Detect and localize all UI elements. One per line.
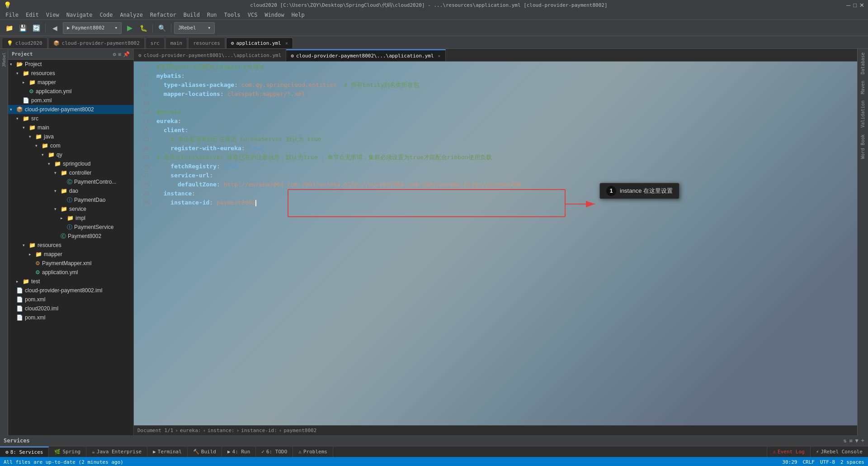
tree-item-paymentservice[interactable]: Ⓘ PaymentService — [8, 223, 133, 232]
debug-button[interactable]: 🐛 — [137, 22, 150, 34]
editor-tab-payment8002[interactable]: ⚙ cloud-provider-payment8002\...\applica… — [286, 49, 445, 61]
tree-item-resources-1[interactable]: ▾ 📁 resources — [8, 69, 133, 78]
tree-item-paymentmapper[interactable]: ⚙ PaymentMapper.xml — [8, 259, 133, 268]
services-filter-icon[interactable]: ▼ — [855, 437, 859, 444]
tab-payment8002[interactable]: 📦 cloud-provider-payment8002 — [48, 38, 145, 48]
bottom-tab-build[interactable]: 🔨 Build — [188, 447, 222, 457]
maximize-button[interactable]: □ — [853, 2, 857, 9]
tree-item-main[interactable]: ▾ 📁 main — [8, 123, 133, 132]
status-position[interactable]: 30:29 — [782, 459, 797, 465]
tree-label-mapper: mapper — [38, 79, 56, 86]
code-editor[interactable]: 15 #使用mybatis记得加上mapper文件地址 16 mybatis: … — [134, 62, 857, 425]
tree-item-impl[interactable]: ▸ 📁 impl — [8, 214, 133, 223]
menu-item-help[interactable]: Help — [288, 11, 308, 19]
search-button[interactable]: 🔍 — [156, 22, 168, 34]
validation-panel-label[interactable]: Validation — [860, 99, 865, 129]
tree-item-payment8002-class[interactable]: Ⓒ Payment8002 — [8, 232, 133, 241]
jrebel-dropdown[interactable]: JRebel ▾ — [174, 22, 215, 34]
run-button[interactable]: ▶ — [123, 22, 136, 34]
jrebel-console-button[interactable]: ⚡ JRebel Console — [810, 447, 868, 457]
tree-item-payment8002-module[interactable]: ▾ 📦 cloud-provider-payment8002 — [8, 105, 133, 114]
bottom-tab-run[interactable]: ▶ 4: Run — [222, 447, 256, 457]
bottom-tab-todo[interactable]: ✓ 6: TODO — [256, 447, 293, 457]
tree-item-src[interactable]: ▾ 📁 src — [8, 114, 133, 123]
word-book-panel-label[interactable]: Word Book — [860, 133, 865, 161]
menu-item-navigate[interactable]: Navigate — [63, 11, 96, 19]
tab-close-icon[interactable]: ✕ — [438, 53, 441, 58]
title-bar: 💡 cloud2020 [C:\Users\ZQY\Desktop\Spring… — [0, 0, 868, 10]
tree-item-qy[interactable]: ▾ 📁 qy — [8, 150, 133, 159]
project-pin-icon[interactable]: 📌 — [123, 51, 130, 57]
event-log-button[interactable]: ⚠ Event Log — [767, 447, 810, 457]
line-content-24: register-with-eureka: true — [153, 144, 263, 153]
tree-item-dao[interactable]: ▾ 📁 dao — [8, 186, 133, 195]
toolbar-back-button[interactable]: ◀ — [48, 22, 61, 34]
status-right: 30:29 CRLF UTF-8 2 spaces — [782, 459, 864, 465]
toolbar-open-button[interactable]: 📁 — [3, 22, 15, 34]
tree-item-paymentcontro[interactable]: Ⓒ PaymentContro... — [8, 177, 133, 186]
tab-resources[interactable]: resources — [188, 38, 225, 48]
tree-item-pom-3[interactable]: 📄 pom.xml — [8, 313, 133, 322]
tree-item-mapper-1[interactable]: ▸ 📁 mapper — [8, 78, 133, 87]
tree-item-application-yml-1[interactable]: ⚙ application.yml — [8, 87, 133, 96]
project-expand-icon[interactable]: ≡ — [118, 51, 121, 57]
tree-item-payment8002-iml[interactable]: 📄 cloud-provider-payment8002.iml — [8, 286, 133, 295]
tab-src[interactable]: src — [146, 38, 165, 48]
menu-item-file[interactable]: File — [2, 11, 22, 19]
bottom-tab-problems[interactable]: ⚠ Problems — [293, 447, 333, 457]
editor-tab-payment8001[interactable]: ⚙ cloud-provider-payment8001\...\applica… — [134, 49, 286, 61]
toolbar-refresh-button[interactable]: 🔄 — [30, 22, 42, 34]
bottom-tab-spring[interactable]: 🌿 Spring — [49, 447, 86, 457]
menu-item-vcs[interactable]: VCS — [244, 11, 261, 19]
bottom-tab-terminal[interactable]: ▶ Terminal — [147, 447, 188, 457]
tree-item-service[interactable]: ▾ 📁 service — [8, 204, 133, 214]
status-line-ending[interactable]: CRLF — [802, 459, 815, 465]
tree-label-appyml-1: application.yml — [36, 88, 71, 95]
menu-item-window[interactable]: Window — [261, 11, 288, 19]
services-sort-icon[interactable]: ⇅ — [843, 437, 846, 444]
tree-item-com[interactable]: ▾ 📁 com — [8, 141, 133, 150]
tree-item-pom-2[interactable]: 📄 pom.xml — [8, 295, 133, 304]
yml-close[interactable]: ✕ — [285, 40, 288, 46]
tree-item-springcloud[interactable]: ▾ 📁 springcloud — [8, 159, 133, 168]
tree-item-project[interactable]: ▾ 📂 Project — [8, 60, 133, 69]
tree-item-cloud2020-iml[interactable]: 📄 cloud2020.iml — [8, 304, 133, 313]
bottom-tab-java-enterprise[interactable]: ☕ Java Enterprise — [86, 447, 147, 457]
tab-main[interactable]: main — [165, 38, 188, 48]
toolbar-save-button[interactable]: 💾 — [16, 22, 29, 34]
maven-panel-label[interactable]: Maven — [860, 79, 865, 96]
run-config-dropdown[interactable]: ▶ Payment8002 ▾ — [63, 22, 122, 34]
tree-item-controller[interactable]: ▾ 📁 controller — [8, 168, 133, 177]
line-content-27: service-url: — [153, 171, 213, 180]
project-gear-icon[interactable]: ⚙ — [113, 51, 116, 57]
menu-item-edit[interactable]: Edit — [22, 11, 42, 19]
minimize-button[interactable]: ─ — [846, 2, 850, 9]
tree-item-mapper-2[interactable]: ▸ 📁 mapper — [8, 250, 133, 259]
tab-cloud2020[interactable]: 💡 cloud2020 — [2, 38, 47, 48]
services-add-icon[interactable]: + — [861, 437, 864, 444]
resources-folder-icon-2: 📁 — [29, 242, 36, 248]
tree-item-pom-1[interactable]: 📄 pom.xml — [8, 96, 133, 105]
menu-item-code[interactable]: Code — [96, 11, 117, 19]
tree-item-resources-2[interactable]: ▾ 📁 resources — [8, 241, 133, 250]
status-encoding[interactable]: UTF-8 — [820, 459, 835, 465]
tree-item-appyml-2[interactable]: ⚙ application.yml — [8, 268, 133, 277]
java-enterprise-icon: ☕ — [92, 449, 95, 455]
menu-item-analyze[interactable]: Analyze — [116, 11, 146, 19]
menu-item-run[interactable]: Run — [203, 11, 221, 19]
menu-item-refactor[interactable]: Refactor — [146, 11, 180, 19]
tree-label-java: java — [44, 133, 54, 140]
tree-item-paymentdao[interactable]: Ⓘ PaymentDao — [8, 195, 133, 204]
services-group-icon[interactable]: ≡ — [849, 437, 852, 444]
menu-item-build[interactable]: Build — [180, 11, 203, 19]
status-indent[interactable]: 2 spaces — [840, 459, 864, 465]
line-num-19: 19 — [134, 99, 153, 108]
close-button[interactable]: ✕ — [859, 2, 864, 9]
tree-item-java[interactable]: ▾ 📁 java — [8, 132, 133, 141]
menu-item-tools[interactable]: Tools — [221, 11, 244, 19]
database-panel-label[interactable]: Database — [860, 51, 865, 76]
tab-application-yml[interactable]: ⚙ application.yml ✕ — [226, 38, 293, 48]
tree-item-test[interactable]: ▸ 📁 test — [8, 277, 133, 286]
bottom-tab-services[interactable]: ⚙ 8: Services — [0, 447, 49, 457]
menu-item-view[interactable]: View — [42, 11, 63, 19]
